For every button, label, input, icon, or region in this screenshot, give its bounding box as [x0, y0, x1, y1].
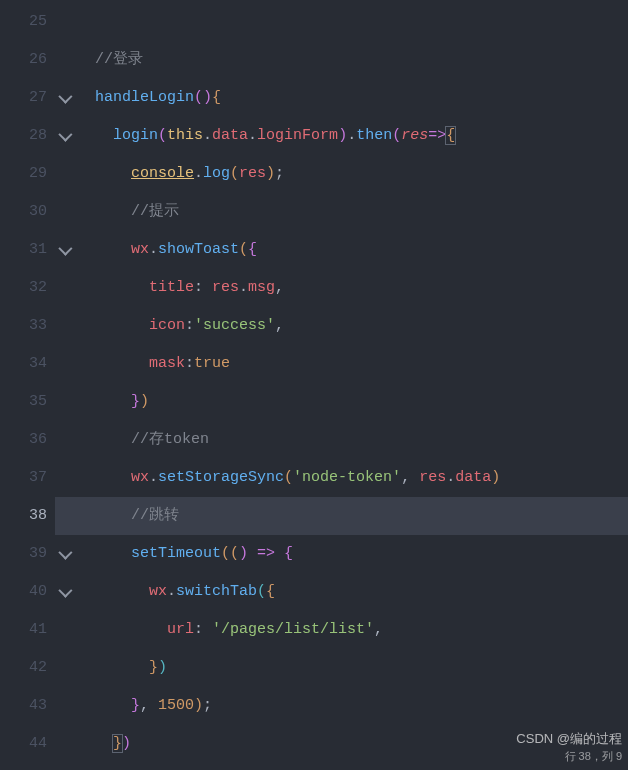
watermark: CSDN @编的过程 行 38，列 9	[516, 730, 622, 764]
code-line[interactable]: login(this.data.loginForm).then(res=>{	[77, 117, 628, 155]
line-number[interactable]: 44	[0, 725, 47, 763]
code-line[interactable]: wx.showToast({	[77, 231, 628, 269]
fold-gutter	[55, 0, 73, 770]
fold-chevron-down-icon[interactable]	[58, 584, 72, 598]
line-number[interactable]: 35	[0, 383, 47, 421]
code-line[interactable]: })	[77, 649, 628, 687]
code-line[interactable]: })	[77, 383, 628, 421]
watermark-sub: 行 38，列 9	[546, 749, 622, 764]
code-line[interactable]: wx.switchTab({	[77, 573, 628, 611]
code-area[interactable]: //登录 handleLogin(){ login(this.data.logi…	[73, 0, 628, 770]
code-line[interactable]: //存token	[77, 421, 628, 459]
line-number[interactable]: 36	[0, 421, 47, 459]
fold-chevron-down-icon[interactable]	[58, 242, 72, 256]
code-line[interactable]: //提示	[77, 193, 628, 231]
fold-chevron-down-icon[interactable]	[58, 128, 72, 142]
code-line[interactable]: //登录	[77, 41, 628, 79]
line-number[interactable]: 29	[0, 155, 47, 193]
line-number[interactable]: 39	[0, 535, 47, 573]
line-number[interactable]: 30	[0, 193, 47, 231]
code-line[interactable]	[77, 3, 628, 41]
code-line[interactable]: console.log(res);	[77, 155, 628, 193]
line-number[interactable]: 28	[0, 117, 47, 155]
line-number[interactable]: 41	[0, 611, 47, 649]
line-number[interactable]: 25	[0, 3, 47, 41]
line-number[interactable]: 40	[0, 573, 47, 611]
line-number[interactable]: 42	[0, 649, 47, 687]
fold-chevron-down-icon[interactable]	[58, 90, 72, 104]
fold-chevron-down-icon[interactable]	[58, 546, 72, 560]
line-number[interactable]: 37	[0, 459, 47, 497]
line-number[interactable]: 27	[0, 79, 47, 117]
code-line[interactable]: icon:'success',	[77, 307, 628, 345]
line-number[interactable]: 26	[0, 41, 47, 79]
code-line[interactable]: url: '/pages/list/list',	[77, 611, 628, 649]
code-line[interactable]: handleLogin(){	[77, 79, 628, 117]
line-number[interactable]: 34	[0, 345, 47, 383]
code-editor[interactable]: 2526272829303132333435363738394041424344…	[0, 0, 628, 770]
code-line[interactable]: wx.setStorageSync('node-token', res.data…	[77, 459, 628, 497]
watermark-text: CSDN @编的过程	[516, 730, 622, 748]
line-number[interactable]: 32	[0, 269, 47, 307]
line-number-gutter: 2526272829303132333435363738394041424344	[0, 0, 55, 770]
line-number[interactable]: 43	[0, 687, 47, 725]
code-line[interactable]: //跳转	[77, 497, 628, 535]
code-line[interactable]: mask:true	[77, 345, 628, 383]
code-line[interactable]: title: res.msg,	[77, 269, 628, 307]
line-number[interactable]: 31	[0, 231, 47, 269]
line-number[interactable]: 33	[0, 307, 47, 345]
code-line[interactable]: }, 1500);	[77, 687, 628, 725]
line-number[interactable]: 38	[0, 497, 47, 535]
code-line[interactable]: setTimeout(() => {	[77, 535, 628, 573]
